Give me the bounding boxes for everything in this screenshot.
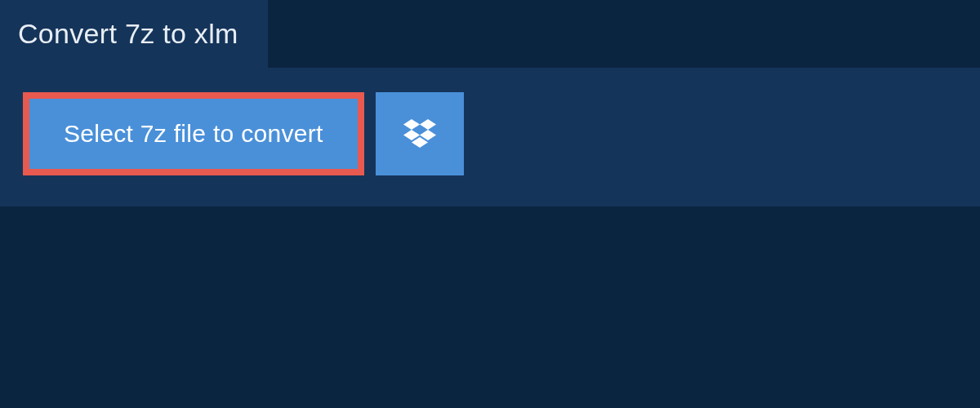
dropbox-button[interactable] [376,92,464,175]
page-title: Convert 7z to xlm [18,18,238,49]
select-file-button[interactable]: Select 7z file to convert [23,92,364,175]
button-row: Select 7z file to convert [23,92,957,175]
page-title-tab: Convert 7z to xlm [0,0,268,68]
svg-marker-1 [420,119,436,130]
page-container: Convert 7z to xlm Select 7z file to conv… [0,0,980,408]
svg-marker-0 [403,119,420,130]
page-bottom [0,206,980,370]
dropbox-icon [403,119,436,149]
select-file-label: Select 7z file to convert [64,120,323,148]
action-panel: Select 7z file to convert [0,68,980,206]
